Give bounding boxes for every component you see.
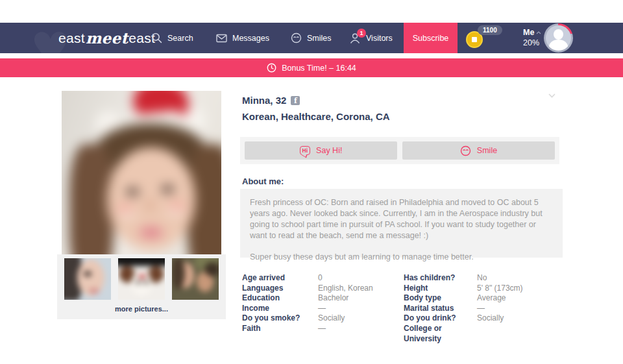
me-label: Me <box>523 27 534 38</box>
detail-value: — <box>318 324 404 334</box>
say-hi-label: Say Hi! <box>316 146 342 155</box>
main-profile-photo[interactable] <box>62 91 221 254</box>
detail-label: Has children? <box>404 273 477 284</box>
details-column-left: Age arrived0 LanguagesEnglish, Korean Ed… <box>242 273 404 344</box>
search-icon <box>151 32 162 43</box>
chevron-down-icon[interactable] <box>548 93 556 98</box>
profile-completion-percent: 20% <box>523 38 541 48</box>
action-bar: Hi Say Hi! Smile <box>240 137 559 164</box>
detail-value: — <box>477 304 563 314</box>
about-paragraph-1: Fresh princess of OC: Born and raised in… <box>250 197 553 241</box>
detail-label: Height <box>404 284 477 294</box>
detail-value: Socially <box>477 313 563 324</box>
photo-card: more pictures... <box>57 91 226 319</box>
chevron-up-icon <box>536 31 541 34</box>
avatar[interactable] <box>544 23 573 53</box>
coin-count-badge: 1100 <box>478 25 502 35</box>
thumbnail-photo-3[interactable] <box>172 258 219 300</box>
detail-label: College or University <box>404 324 477 344</box>
detail-value: Bachelor <box>318 293 404 304</box>
hi-bubble-icon: Hi <box>300 146 311 155</box>
subscribe-button[interactable]: Subscribe <box>404 23 458 53</box>
detail-row: Age arrived0 <box>242 273 404 284</box>
logo-east1: east <box>58 30 85 46</box>
profile-name-row: Minna, 32 f <box>242 95 300 106</box>
detail-row: Do you smoke?Socially <box>242 313 404 324</box>
about-me-box: Fresh princess of OC: Born and raised in… <box>240 189 563 258</box>
about-me-heading: About me: <box>242 176 284 186</box>
nav-item-messages[interactable]: Messages <box>216 23 269 53</box>
nav-item-visitors[interactable]: 1 Visitors <box>349 23 393 53</box>
detail-row: Faith— <box>242 324 404 334</box>
nav-label-search: Search <box>167 34 193 43</box>
say-hi-button[interactable]: Hi Say Hi! <box>245 141 397 160</box>
detail-row: Income— <box>242 304 404 314</box>
facebook-icon: f <box>291 96 300 105</box>
subscribe-label: Subscribe <box>413 34 449 43</box>
visitors-count-badge: 1 <box>357 29 366 38</box>
profile-name-age: Minna, 32 <box>242 95 286 106</box>
detail-row: Height5' 8" (173cm) <box>404 284 563 294</box>
nav-label-messages: Messages <box>232 34 269 43</box>
detail-row: Marital status— <box>404 304 563 314</box>
detail-row: Has children?No <box>404 273 563 284</box>
detail-label: Age arrived <box>242 273 318 284</box>
detail-label: Income <box>242 304 318 314</box>
about-paragraph-2: Super busy these days but am learning to… <box>250 252 553 263</box>
bonus-time-banner: Bonus Time! – 16:44 <box>0 58 623 77</box>
screen: ♥ eastmeeteast Search Messages Smiles <box>0 0 623 364</box>
envelope-icon <box>216 34 227 43</box>
smile-button[interactable]: Smile <box>402 141 555 160</box>
nav-label-smiles: Smiles <box>307 34 332 43</box>
bonus-time-text: Bonus Time! – 16:44 <box>282 64 356 73</box>
nav-label-visitors: Visitors <box>366 34 393 43</box>
profile-subtitle: Korean, Healthcare, Corona, CA <box>242 111 390 122</box>
detail-label: Faith <box>242 324 318 334</box>
detail-row: Body typeAverage <box>404 293 563 304</box>
nav-item-search[interactable]: Search <box>151 23 193 53</box>
detail-row: EducationBachelor <box>242 293 404 304</box>
smiley-icon <box>291 32 302 43</box>
details-column-right: Has children?No Height5' 8" (173cm) Body… <box>404 273 563 344</box>
detail-label: Languages <box>242 284 318 294</box>
detail-label: Do you drink? <box>404 313 477 324</box>
details-table: Age arrived0 LanguagesEnglish, Korean Ed… <box>242 273 563 344</box>
coin-hole <box>472 37 477 42</box>
avatar-silhouette-icon <box>546 25 571 51</box>
detail-label: Do you smoke? <box>242 313 318 324</box>
smile-label: Smile <box>477 146 497 155</box>
logo[interactable]: eastmeeteast <box>58 23 155 53</box>
me-menu[interactable]: Me 20% <box>523 27 541 48</box>
detail-label: Education <box>242 293 318 304</box>
detail-value: No <box>477 273 563 284</box>
detail-value: Socially <box>318 313 404 324</box>
detail-row: LanguagesEnglish, Korean <box>242 284 404 294</box>
detail-label: Body type <box>404 293 477 304</box>
detail-value: — <box>318 304 404 314</box>
person-icon: 1 <box>349 32 361 44</box>
photo-gallery-section: more pictures... <box>57 254 226 319</box>
more-pictures-link[interactable]: more pictures... <box>62 300 221 318</box>
detail-label: Marital status <box>404 304 477 314</box>
detail-value: 5' 8" (173cm) <box>477 284 563 294</box>
thumbnail-photo-2[interactable] <box>118 258 165 300</box>
detail-value: English, Korean <box>318 284 404 294</box>
detail-row: Do you drink?Socially <box>404 313 563 324</box>
top-nav: ♥ eastmeeteast Search Messages Smiles <box>0 23 623 53</box>
detail-value <box>477 324 563 344</box>
detail-row: College or University <box>404 324 563 344</box>
detail-value: 0 <box>318 273 404 284</box>
thumbnail-photo-1[interactable] <box>64 258 111 300</box>
clock-icon <box>267 63 276 73</box>
logo-meet: meet <box>86 29 128 47</box>
nav-item-smiles[interactable]: Smiles <box>291 23 332 53</box>
detail-value: Average <box>477 293 563 304</box>
smile-icon <box>460 145 471 156</box>
